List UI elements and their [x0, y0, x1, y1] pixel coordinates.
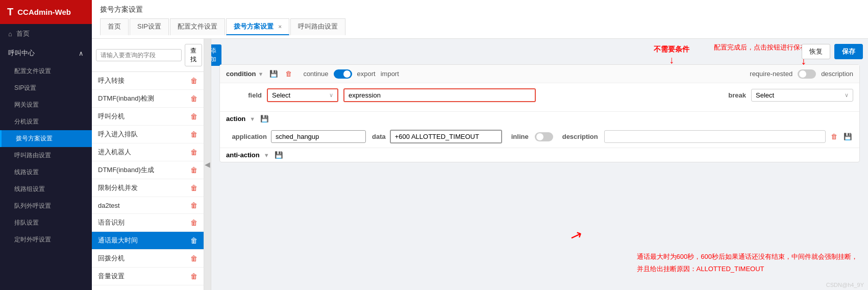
delete-icon[interactable]: 🗑	[190, 272, 197, 280]
require-nested-toggle[interactable]	[798, 69, 816, 79]
list-item-voice-recognition[interactable]: 语音识别 🗑	[92, 214, 204, 232]
delete-icon[interactable]: 🗑	[190, 219, 197, 227]
find-button[interactable]: 查找	[185, 44, 202, 66]
anti-action-chevron-icon[interactable]: ▼	[264, 152, 269, 158]
sidebar-item-queue[interactable]: 排队设置	[0, 214, 92, 231]
break-select[interactable]: Select ∨	[751, 89, 853, 102]
delete-icon[interactable]: 🗑	[190, 201, 197, 209]
list-item-enter-robot[interactable]: 进入机器人 🗑	[92, 143, 204, 161]
sidebar-item-config-file[interactable]: 配置文件设置	[0, 63, 92, 80]
topbar: 拨号方案设置 首页 SIP设置 配置文件设置 拨号方案设置 × 呼叫路由设置	[92, 0, 868, 39]
list-item-dtmf-detect[interactable]: DTMF(inband)检测 🗑	[92, 90, 204, 108]
import-label[interactable]: import	[381, 70, 399, 78]
field-row: field Select ∨ expression break Select ∨	[226, 88, 853, 102]
delete-icon[interactable]: 🗑	[190, 130, 197, 138]
save-button[interactable]: 保存	[834, 44, 863, 59]
sidebar-item-sip[interactable]: SIP设置	[0, 80, 92, 96]
anti-action-save-icon[interactable]: 💾	[274, 150, 284, 160]
list-item-limit-concurrent[interactable]: 限制分机并发 🗑	[92, 179, 204, 197]
sidebar-item-branch[interactable]: 分机设置	[0, 113, 92, 130]
list-item-enter-queue[interactable]: 呼入进入排队 🗑	[92, 126, 204, 143]
action-description-label: description	[562, 133, 598, 140]
sidebar-item-call-route[interactable]: 呼叫路由设置	[0, 147, 92, 164]
list-item-da2test[interactable]: da2test 🗑	[92, 197, 204, 214]
left-panel: 查找 添加 呼入转接 🗑 DTMF(inband)检测 🗑 呼叫分机 🗑 呼入进…	[92, 39, 204, 290]
hint-arrow-down2-icon: ↓	[669, 54, 674, 65]
sidebar-item-scheduled-outbound[interactable]: 定时外呼设置	[0, 231, 92, 248]
list-item-volume[interactable]: 音量设置 🗑	[92, 268, 204, 285]
sidebar-header: T CCAdmin-Web	[0, 0, 92, 24]
action-description-input[interactable]	[604, 130, 826, 143]
list-item-callback[interactable]: 回拨分机 🗑	[92, 250, 204, 268]
continue-label: continue	[303, 70, 328, 78]
delete-icon[interactable]: 🗑	[190, 148, 197, 156]
field-select[interactable]: Select ∨	[267, 88, 338, 102]
anti-action-label: anti-action	[226, 151, 260, 159]
sidebar-item-line-group[interactable]: 线路组设置	[0, 181, 92, 198]
search-input[interactable]	[96, 49, 182, 61]
delete-icon[interactable]: 🗑	[190, 112, 197, 120]
chevron-up-icon: ∧	[79, 50, 84, 57]
watermark: CSDN@h4_9Y	[826, 282, 864, 288]
condition-delete-icon[interactable]: 🗑	[284, 69, 293, 79]
sidebar-item-dial-plan[interactable]: 拨号方案设置	[0, 130, 92, 147]
sidebar-item-home[interactable]: ⌂ 首页	[0, 24, 92, 43]
condition-body: field Select ∨ expression break Select ∨	[220, 83, 859, 111]
delete-icon[interactable]: 🗑	[190, 184, 197, 192]
list-item-max-call-time[interactable]: 通话最大时间 🗑	[92, 232, 204, 250]
action-header: action ▼ 💾	[220, 111, 859, 126]
data-input[interactable]	[390, 130, 502, 143]
condition-header: condition ▼ 💾 🗑 continue export import r…	[220, 65, 859, 83]
tab-home[interactable]: 首页	[100, 18, 129, 35]
sidebar-section-call-center[interactable]: 呼叫中心 ∧	[0, 43, 92, 63]
inline-toggle[interactable]	[535, 132, 553, 141]
logo-icon: T	[7, 6, 13, 18]
delete-icon[interactable]: 🗑	[190, 166, 197, 174]
tab-sip[interactable]: SIP设置	[130, 18, 169, 35]
list-panel: 呼入转接 🗑 DTMF(inband)检测 🗑 呼叫分机 🗑 呼入进入排队 🗑 …	[92, 72, 204, 290]
tab-config-file[interactable]: 配置文件设置	[170, 18, 225, 35]
description-label: description	[821, 70, 853, 78]
action-label: action	[226, 115, 245, 123]
delete-icon[interactable]: 🗑	[190, 254, 197, 262]
tab-dial-plan[interactable]: 拨号方案设置 ×	[226, 18, 289, 35]
app-row: application data inline description 🗑 💾	[220, 126, 859, 148]
action-row-delete-icon[interactable]: 🗑	[830, 132, 838, 141]
data-label: data	[372, 133, 386, 140]
action-row-save-icon[interactable]: 💾	[842, 132, 853, 141]
break-label: break	[728, 91, 746, 99]
delete-icon[interactable]: 🗑	[190, 94, 197, 103]
application-input[interactable]	[271, 130, 366, 143]
tab-call-route[interactable]: 呼叫路由设置	[290, 18, 345, 35]
list-item-call-ext[interactable]: 呼叫分机 🗑	[92, 108, 204, 126]
action-save-icon[interactable]: 💾	[259, 114, 270, 124]
left-panel-toolbar: 查找 添加	[92, 39, 204, 72]
condition-save-icon[interactable]: 💾	[268, 69, 279, 79]
sidebar: T CCAdmin-Web ⌂ 首页 呼叫中心 ∧ 配置文件设置 SIP设置 网…	[0, 0, 92, 290]
continue-toggle[interactable]	[334, 69, 352, 79]
condition-chevron-icon[interactable]: ▼	[258, 71, 264, 77]
sidebar-item-line[interactable]: 线路设置	[0, 164, 92, 181]
field-label: field	[226, 91, 262, 99]
tabs-bar: 首页 SIP设置 配置文件设置 拨号方案设置 × 呼叫路由设置	[100, 18, 860, 35]
sidebar-item-gateway[interactable]: 网关设置	[0, 96, 92, 113]
page-title: 拨号方案设置	[100, 3, 860, 16]
list-item-dtmf-gen[interactable]: DTMF(inband)生成 🗑	[92, 161, 204, 179]
condition-block: condition ▼ 💾 🗑 continue export import r…	[219, 64, 860, 162]
app-title: CCAdmin-Web	[17, 8, 71, 16]
expression-label-text: expression	[343, 88, 536, 102]
tab-close-icon[interactable]: ×	[279, 23, 282, 30]
action-chevron-icon[interactable]: ▼	[250, 116, 255, 122]
list-item-call-block[interactable]: 呼入拦截 🗑	[92, 285, 204, 290]
export-label[interactable]: export	[357, 70, 376, 78]
delete-icon[interactable]: 🗑	[190, 77, 197, 85]
list-item-call-transfer[interactable]: 呼入转接 🗑	[92, 72, 204, 90]
no-condition-hint: 不需要条件 ↓	[654, 45, 689, 66]
delete-icon[interactable]: 🗑	[190, 236, 197, 245]
sidebar-item-queue-outbound[interactable]: 队列外呼设置	[0, 198, 92, 214]
break-chevron-icon: ∨	[845, 92, 849, 99]
panel-collapse-btn[interactable]: ◀	[204, 39, 211, 290]
field-chevron-icon: ∨	[329, 92, 333, 99]
restore-button[interactable]: 恢复	[802, 44, 830, 59]
right-panel: 恢复 保存 不需要条件 ↓ condition ▼ 💾 🗑	[211, 39, 868, 290]
